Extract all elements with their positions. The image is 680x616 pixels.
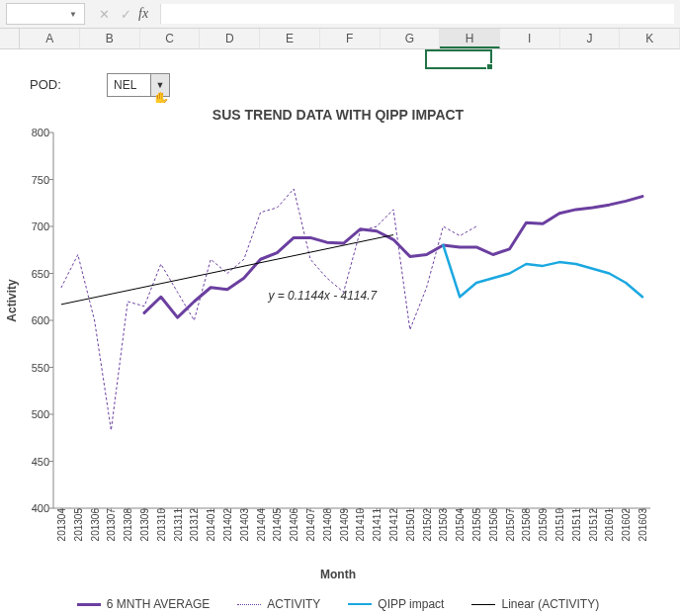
y-tick-label: 700 bbox=[32, 220, 53, 232]
plot-area: 4004505005506006507007508002013042013052… bbox=[53, 132, 650, 508]
x-tick-label: 201507 bbox=[504, 508, 515, 541]
column-header-J[interactable]: J bbox=[560, 29, 621, 48]
x-tick-label: 201505 bbox=[471, 508, 482, 541]
x-tick-label: 201508 bbox=[521, 508, 532, 541]
legend-swatch bbox=[471, 604, 495, 605]
x-tick-label: 201509 bbox=[538, 508, 549, 541]
y-tick-label: 500 bbox=[32, 408, 53, 420]
x-tick-label: 201407 bbox=[305, 508, 316, 541]
column-header-I[interactable]: I bbox=[500, 29, 560, 48]
active-cell[interactable] bbox=[425, 49, 492, 69]
x-tick-label: 201406 bbox=[289, 508, 299, 541]
x-tick-label: 201602 bbox=[621, 508, 632, 541]
x-tick-label: 201512 bbox=[587, 508, 598, 541]
legend-label: QIPP impact bbox=[378, 597, 444, 611]
legend-swatch bbox=[237, 604, 261, 605]
chart-title: SUS TREND DATA WITH QIPP IMPACT bbox=[12, 107, 664, 123]
column-header-A[interactable]: A bbox=[20, 29, 80, 48]
x-tick-label: 201403 bbox=[238, 508, 249, 541]
x-tick-label: 201310 bbox=[155, 508, 166, 541]
chevron-down-icon[interactable]: ▼ bbox=[66, 10, 80, 19]
x-tick-label: 201308 bbox=[123, 508, 133, 541]
column-header-H[interactable]: H bbox=[440, 29, 500, 48]
x-tick-label: 201411 bbox=[372, 508, 382, 541]
formula-bar: ▼ ✕ ✓ fx bbox=[0, 0, 680, 29]
column-header-K[interactable]: K bbox=[620, 29, 680, 48]
x-tick-label: 201410 bbox=[355, 508, 366, 541]
x-tick-label: 201311 bbox=[172, 508, 183, 541]
legend-item: ACTIVITY bbox=[237, 597, 320, 611]
y-axis-title: Activity bbox=[5, 279, 19, 321]
column-header-C[interactable]: C bbox=[140, 29, 201, 48]
column-header-E[interactable]: E bbox=[260, 29, 320, 48]
x-tick-label: 201306 bbox=[89, 508, 100, 541]
x-tick-label: 201504 bbox=[455, 508, 466, 541]
y-tick-label: 650 bbox=[32, 268, 53, 280]
x-tick-label: 201304 bbox=[56, 508, 67, 541]
legend: 6 MNTH AVERAGEACTIVITYQIPP impactLinear … bbox=[12, 597, 664, 611]
legend-item: QIPP impact bbox=[348, 597, 444, 611]
column-header-B[interactable]: B bbox=[80, 29, 140, 48]
column-header-G[interactable]: G bbox=[381, 29, 441, 48]
x-tick-label: 201511 bbox=[570, 508, 581, 541]
x-tick-label: 201603 bbox=[638, 508, 648, 541]
formula-input[interactable] bbox=[160, 4, 674, 24]
y-tick-label: 600 bbox=[32, 314, 53, 326]
column-headers: ABCDEFGHIJK bbox=[0, 29, 680, 49]
x-tick-label: 201506 bbox=[487, 508, 498, 541]
x-tick-label: 201408 bbox=[321, 508, 332, 541]
x-tick-label: 201502 bbox=[421, 508, 432, 541]
pod-label: POD: bbox=[30, 77, 61, 92]
x-tick-label: 201510 bbox=[554, 508, 565, 541]
legend-label: 6 MNTH AVERAGE bbox=[107, 597, 210, 611]
y-tick-label: 400 bbox=[32, 502, 53, 514]
trendline-equation: y = 0.1144x - 4114.7 bbox=[268, 289, 377, 303]
column-header-D[interactable]: D bbox=[200, 29, 260, 48]
worksheet[interactable]: POD: NEL ▼ ✋ SUS TREND DATA WITH QIPP IM… bbox=[0, 49, 680, 616]
x-tick-label: 201305 bbox=[72, 508, 83, 541]
x-tick-label: 201601 bbox=[604, 508, 615, 541]
x-tick-label: 201503 bbox=[438, 508, 449, 541]
x-tick-label: 201401 bbox=[206, 508, 216, 541]
fx-icon[interactable]: fx bbox=[138, 6, 148, 22]
x-tick-label: 201402 bbox=[222, 508, 233, 541]
legend-swatch bbox=[348, 603, 372, 605]
accept-formula-icon[interactable]: ✓ bbox=[117, 5, 134, 23]
name-box[interactable]: ▼ bbox=[6, 3, 85, 25]
x-tick-label: 201412 bbox=[388, 508, 399, 541]
y-tick-label: 550 bbox=[32, 362, 53, 374]
x-tick-label: 201309 bbox=[139, 508, 150, 541]
x-tick-label: 201404 bbox=[255, 508, 266, 541]
select-all-corner[interactable] bbox=[0, 29, 20, 48]
legend-label: Linear (ACTIVITY) bbox=[501, 597, 599, 611]
legend-label: ACTIVITY bbox=[267, 597, 320, 611]
chart-container: SUS TREND DATA WITH QIPP IMPACT Activity… bbox=[12, 103, 664, 616]
legend-item: Linear (ACTIVITY) bbox=[471, 597, 599, 611]
x-tick-label: 201501 bbox=[404, 508, 415, 541]
y-tick-label: 800 bbox=[32, 127, 53, 138]
legend-item: 6 MNTH AVERAGE bbox=[77, 597, 210, 611]
column-header-F[interactable]: F bbox=[320, 29, 381, 48]
x-tick-label: 201312 bbox=[189, 508, 200, 541]
x-tick-label: 201307 bbox=[106, 508, 117, 541]
cancel-formula-icon[interactable]: ✕ bbox=[95, 5, 113, 23]
pod-dropdown-value: NEL bbox=[108, 78, 150, 92]
y-tick-label: 450 bbox=[32, 456, 53, 468]
formula-buttons: ✕ ✓ fx bbox=[95, 5, 148, 23]
legend-swatch bbox=[77, 603, 101, 606]
x-tick-label: 201409 bbox=[338, 508, 349, 541]
x-tick-label: 201405 bbox=[272, 508, 283, 541]
x-axis-title: Month bbox=[12, 568, 664, 581]
y-tick-label: 750 bbox=[32, 174, 53, 186]
